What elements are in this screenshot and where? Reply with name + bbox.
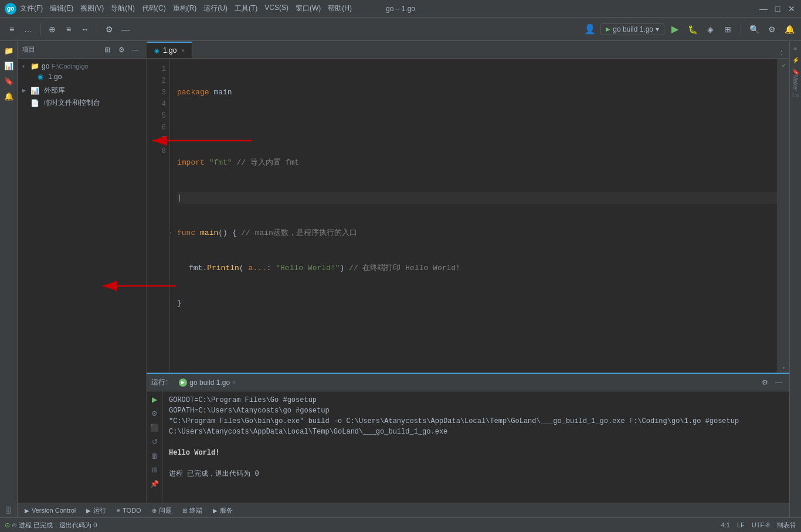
- notification-icon[interactable]: 🔔: [782, 22, 796, 36]
- project-label: 项目: [22, 45, 35, 54]
- menu-window[interactable]: 窗口(W): [296, 4, 321, 13]
- profile-button[interactable]: ⊞: [721, 22, 735, 36]
- structure-icon[interactable]: 📊: [2, 59, 16, 73]
- menu-tools[interactable]: 工具(T): [235, 4, 257, 13]
- gutter-icon-1: ▪: [779, 363, 789, 373]
- run-button[interactable]: ▶: [668, 22, 682, 36]
- maximize-button[interactable]: □: [773, 4, 782, 13]
- panel-settings-icon[interactable]: ⚙: [759, 377, 771, 388]
- toolbar-dots-icon[interactable]: …: [21, 22, 35, 36]
- menu-file[interactable]: 文件(F): [20, 4, 43, 13]
- menu-refactor[interactable]: 重构(R): [173, 4, 197, 13]
- tree-item-external[interactable]: ▶ 📊 外部库: [18, 84, 146, 97]
- file-tree-panel: 项目 ⊞ ⚙ — ▾ 📁 go F:\Coding\go ◉ 1.go ▶: [18, 41, 147, 517]
- term-stop-icon[interactable]: ⬛: [149, 422, 161, 434]
- settings-gear-icon[interactable]: ⚙: [765, 22, 779, 36]
- terminal-label: 终端: [189, 506, 202, 515]
- footer-tab-todo[interactable]: ≡ TODO: [112, 506, 145, 515]
- term-layout-icon[interactable]: ⊞: [149, 464, 161, 476]
- footer-tab-terminal[interactable]: ⊞ 终端: [178, 505, 207, 516]
- folder-icon-go: 📁: [30, 62, 39, 70]
- indentation-type[interactable]: 制表符: [777, 521, 796, 530]
- vcs-icon: ▶: [25, 507, 29, 514]
- run-config-dropdown[interactable]: ▾: [656, 25, 659, 33]
- run-tab-label: go build 1.go: [189, 378, 230, 387]
- footer-tab-vcs[interactable]: ▶ Version Control: [20, 506, 80, 515]
- debug-button[interactable]: 🐛: [685, 22, 700, 36]
- cursor-position[interactable]: 4:1: [721, 521, 730, 528]
- tab-close-button[interactable]: ×: [181, 47, 185, 54]
- run-tab-close[interactable]: ×: [232, 379, 236, 386]
- tree-item-1go[interactable]: ◉ 1.go: [18, 71, 146, 82]
- panel-minimize-icon[interactable]: —: [773, 377, 785, 388]
- tab-1go[interactable]: ◉ 1.go ×: [147, 42, 192, 58]
- window-title: go – 1.go: [386, 5, 415, 13]
- tree-settings-icon[interactable]: ⚙: [116, 44, 127, 56]
- toolbar-list-icon[interactable]: ≡: [62, 22, 76, 36]
- terminal-content[interactable]: GOROOT=C:\Program Files\Go #gosetup GOPA…: [163, 391, 789, 517]
- terminal-icon: ⊞: [182, 507, 187, 514]
- code-line-1: package main: [177, 87, 778, 98]
- todo-label: TODO: [123, 507, 141, 514]
- right-panel-icon-2[interactable]: ⚡: [791, 55, 800, 64]
- toolbar-menu-icon[interactable]: ≡: [5, 22, 19, 36]
- tree-close-icon[interactable]: —: [130, 44, 141, 56]
- term-line-3: "C:\Program Files\Go\bin\go.exe" build -…: [169, 416, 783, 427]
- right-panel-icon-1[interactable]: ≡: [791, 43, 800, 53]
- footer-tab-services[interactable]: ▶ 服务: [208, 505, 237, 516]
- tree-item-go[interactable]: ▾ 📁 go F:\Coding\go: [18, 61, 146, 71]
- close-button[interactable]: ✕: [787, 4, 796, 13]
- terminal-left-icons: ▶ ⚙ ⬛ ↺ 🗑 ⊞ 📌: [147, 391, 163, 517]
- toolbar-settings-icon[interactable]: ⚙: [102, 22, 116, 36]
- status-run-text: ⊙ 进程 已完成，退出代码为 0: [12, 521, 97, 530]
- toolbar-add-icon[interactable]: ⊕: [45, 22, 59, 36]
- toolbar-split-icon[interactable]: ↔: [78, 22, 92, 36]
- term-line-exit: 进程 已完成，退出代码为 0: [169, 469, 783, 479]
- code-content[interactable]: package main import "fmt" // 导入内置 fmt | …: [170, 59, 778, 373]
- menu-nav[interactable]: 导航(N): [111, 4, 135, 13]
- vcs-label: Version Control: [32, 507, 76, 514]
- footer-tab-problems[interactable]: ⊕ 问题: [147, 505, 177, 516]
- status-run-result[interactable]: ⊙ ⊙ 进程 已完成，退出代码为 0: [5, 521, 97, 530]
- run-panel-label: 运行:: [151, 377, 167, 387]
- search-icon[interactable]: 🔍: [747, 22, 761, 36]
- editor-settings-icon[interactable]: ⋮: [775, 46, 787, 58]
- line-numbers: 1 2 3 4 5 6 7 8: [147, 59, 170, 373]
- term-run-icon[interactable]: ▶: [149, 394, 161, 405]
- coverage-button[interactable]: ◈: [703, 22, 717, 36]
- account-icon[interactable]: 👤: [583, 22, 597, 36]
- term-build-icon[interactable]: ⚙: [149, 408, 161, 420]
- term-line-6: [169, 458, 783, 469]
- file-encoding[interactable]: UTF-8: [752, 521, 770, 528]
- menu-view[interactable]: 视图(V): [80, 4, 104, 13]
- menu-run[interactable]: 运行(U): [203, 4, 228, 13]
- menu-help[interactable]: 帮助(H): [328, 4, 352, 13]
- tree-collapse-icon[interactable]: ⊞: [101, 44, 113, 56]
- project-icon[interactable]: 📁: [2, 43, 16, 57]
- line-ending[interactable]: LF: [737, 521, 745, 528]
- toolbar-minus-icon[interactable]: —: [118, 22, 133, 36]
- left-sidebar-icons: 📁 📊 🔖 🔔 🗄: [0, 41, 18, 517]
- database-icon[interactable]: 🗄: [2, 503, 16, 517]
- run-tab[interactable]: ▶ go build 1.go ×: [174, 374, 240, 391]
- term-trash-icon[interactable]: 🗑: [149, 450, 161, 462]
- code-line-8: [177, 333, 778, 345]
- bookmark-icon[interactable]: 🔖: [2, 74, 16, 88]
- term-rerun-icon[interactable]: ↺: [149, 436, 161, 448]
- term-line-1: GOROOT=C:\Program Files\Go #gosetup: [169, 395, 783, 405]
- run-configuration[interactable]: ▶ go build 1.go ▾: [600, 23, 664, 35]
- status-bar: ⊙ ⊙ 进程 已完成，退出代码为 0 4:1 LF UTF-8 制表符: [0, 517, 801, 532]
- right-panel-icon-4[interactable]: Ln: [791, 90, 800, 100]
- term-pin-icon[interactable]: 📌: [149, 478, 161, 490]
- menu-code[interactable]: 代码(C): [142, 4, 166, 13]
- right-panel-label-maker: Maker: [791, 79, 800, 88]
- footer-tab-run[interactable]: ▶ 运行: [82, 505, 111, 516]
- tree-item-temp[interactable]: 📄 临时文件和控制台: [18, 97, 146, 109]
- problems-label: 问题: [159, 506, 172, 515]
- menu-edit[interactable]: 编辑(E): [50, 4, 73, 13]
- run-config-icon: ▶: [606, 26, 610, 32]
- minimize-button[interactable]: —: [759, 4, 768, 13]
- notification-sidebar-icon[interactable]: 🔔: [2, 89, 16, 103]
- menu-vcs[interactable]: VCS(S): [264, 4, 289, 13]
- go-logo: go: [5, 3, 16, 15]
